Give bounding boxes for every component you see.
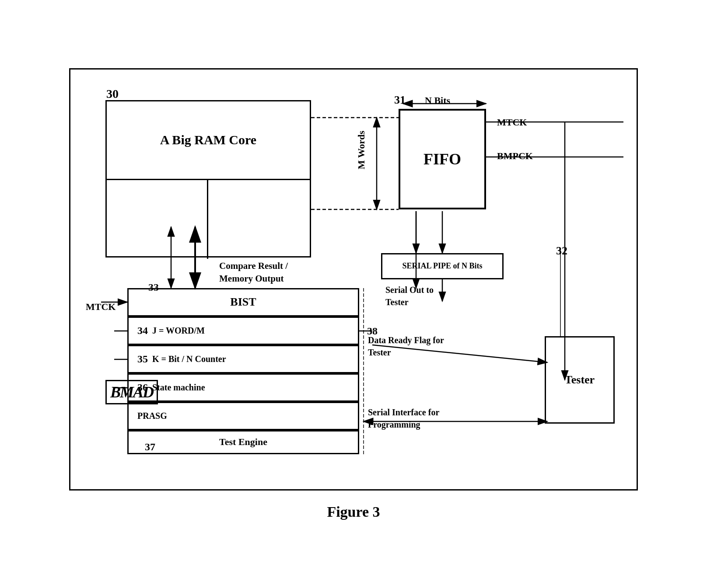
- diagram-inner: 30 A Big RAM Core FIFO 31 N Bits MTCK: [84, 83, 623, 476]
- serial-pipe-label: SERIAL PIPE of N Bits: [402, 261, 482, 271]
- tester-block: Tester: [545, 336, 615, 424]
- diagram-border: 30 A Big RAM Core FIFO 31 N Bits MTCK: [69, 68, 638, 491]
- label-mtck-left: MTCK: [86, 301, 116, 313]
- ram-core-top: A Big RAM Core: [107, 101, 310, 180]
- bmad-logo: BMAD: [105, 380, 158, 404]
- bist-row-2-label: K = Bit / N Counter: [152, 354, 226, 364]
- fifo-label: FIFO: [424, 150, 461, 168]
- ram-core-bottom-left: [107, 180, 208, 259]
- ram-core-bottom: [107, 180, 310, 259]
- label-35: 35: [137, 353, 148, 365]
- serial-pipe-block: SERIAL PIPE of N Bits: [381, 253, 504, 279]
- label-serial-out: Serial Out toTester: [385, 284, 434, 308]
- label-m-words: M Words: [356, 131, 367, 169]
- label-data-ready: Data Ready Flag forTester: [368, 334, 444, 358]
- page-container: 30 A Big RAM Core FIFO 31 N Bits MTCK: [47, 68, 660, 520]
- label-n-bits: N Bits: [425, 95, 450, 106]
- label-mtck-top: MTCK: [497, 117, 527, 128]
- label-32: 32: [556, 244, 567, 257]
- ram-core-bottom-right: [208, 180, 310, 259]
- bist-header: BIST: [127, 288, 359, 317]
- label-bmpck: BMPCK: [497, 150, 533, 162]
- label-30: 30: [106, 87, 119, 101]
- bist-label: BIST: [230, 296, 256, 309]
- bist-row-3: 36 State machine: [127, 373, 359, 402]
- bist-footer-label: Test Engine: [219, 436, 267, 448]
- label-31: 31: [394, 94, 406, 107]
- bist-row-3-label: State machine: [152, 383, 205, 393]
- tester-label: Tester: [565, 373, 595, 386]
- ram-core-block: A Big RAM Core: [105, 100, 311, 257]
- label-34: 34: [137, 325, 148, 337]
- label-serial-interface: Serial Interface forProgramming: [368, 406, 439, 431]
- figure-caption: Figure 3: [327, 504, 380, 520]
- bist-footer: Test Engine: [127, 430, 359, 454]
- label-37: 37: [145, 441, 155, 453]
- bist-row-1-label: J = WORD/M: [152, 326, 205, 336]
- fifo-block: FIFO: [399, 109, 486, 209]
- label-compare-result: Compare Result /Memory Output: [219, 260, 288, 285]
- bist-row-2: 35 K = Bit / N Counter: [127, 345, 359, 373]
- bist-row-4-label: PRASG: [137, 411, 167, 421]
- ram-core-label: A Big RAM Core: [160, 132, 256, 147]
- label-33: 33: [148, 282, 159, 293]
- bist-row-1: 34 J = WORD/M: [127, 317, 359, 345]
- bist-row-4: PRASG: [127, 402, 359, 430]
